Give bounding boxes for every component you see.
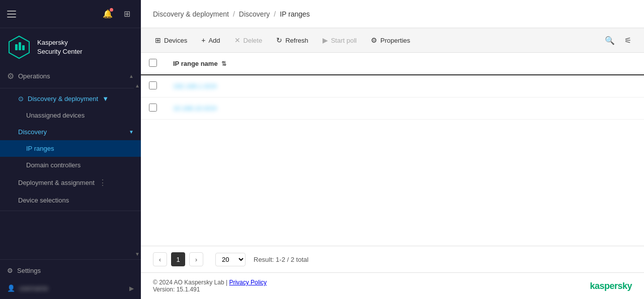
prev-page-button[interactable]: ‹ — [153, 252, 167, 266]
refresh-button[interactable]: ↻ Refresh — [270, 33, 314, 47]
layout-button[interactable]: ⊞ — [120, 7, 134, 21]
filter-button[interactable]: ⚟ — [620, 32, 636, 48]
col-ip-range-name[interactable]: IP range name ⇅ — [165, 53, 644, 75]
devices-button[interactable]: ⊞ Devices — [149, 33, 193, 47]
devices-icon: ⊞ — [155, 36, 161, 44]
logo-section: Kaspersky Security Center — [0, 28, 141, 66]
sidebar-item-domain-controllers[interactable]: Domain controllers — [0, 157, 141, 173]
sidebar-item-unassigned-devices[interactable]: Unassigned devices — [0, 107, 141, 124]
divider — [0, 88, 141, 88]
current-page: 1 — [171, 252, 185, 266]
chevron-left-icon: ‹ — [159, 256, 161, 263]
pagination-bar: ‹ 1 › 20 50 100 Result: 1-2 / 2 total — [141, 246, 644, 272]
table-row[interactable]: 10.168.10.0/24 — [141, 97, 644, 120]
scroll-up-arrow[interactable]: ▲ — [134, 80, 141, 90]
row-checkbox[interactable] — [149, 104, 157, 112]
start-poll-button[interactable]: ▶ Start poll — [316, 33, 363, 47]
header-icons: 🔔 ⊞ — [101, 7, 134, 21]
breadcrumb: Discovery & deployment / Discovery / IP … — [141, 0, 644, 28]
sidebar-bottom: ⚙ Settings 👤 username ▶ — [0, 259, 141, 299]
logo-text: Kaspersky Security Center — [37, 38, 83, 56]
kaspersky-logo-icon — [7, 35, 31, 59]
row-ip-range-name: 192.168.1.0/24 — [165, 75, 644, 97]
select-all-header — [141, 53, 165, 75]
sidebar-item-discovery[interactable]: Discovery ▼ — [0, 124, 141, 140]
footer-info: © 2024 AO Kaspersky Lab | Privacy Policy… — [153, 279, 267, 293]
menu-toggle-button[interactable] — [7, 9, 17, 19]
toolbar: ⊞ Devices + Add ✕ Delete ↻ Refresh ▶ Sta… — [141, 28, 644, 53]
more-icon: ⋮ — [99, 178, 107, 187]
properties-button[interactable]: ⚙ Properties — [365, 33, 416, 47]
table-area: IP range name ⇅ 192.168.1.0/24 10.168.10… — [141, 53, 644, 246]
table-row[interactable]: 192.168.1.0/24 — [141, 75, 644, 97]
svg-rect-2 — [19, 42, 21, 50]
sidebar-item-operations[interactable]: ⚙ Operations ▲ — [0, 66, 141, 86]
table-header-row: IP range name ⇅ — [141, 53, 644, 75]
sidebar: 🔔 ⊞ Kaspersky Security Center ⚙ Operatio… — [0, 0, 141, 299]
row-checkbox[interactable] — [149, 81, 157, 89]
gear-icon: ⚙ — [371, 36, 377, 44]
chevron-down-icon: ▼ — [102, 95, 109, 103]
svg-rect-3 — [22, 45, 25, 50]
ip-ranges-table: IP range name ⇅ 192.168.1.0/24 10.168.10… — [141, 53, 644, 120]
sidebar-item-ip-ranges[interactable]: IP ranges — [0, 140, 141, 157]
breadcrumb-sep2: / — [274, 10, 276, 18]
kaspersky-brand-logo: kaspersky — [590, 281, 632, 291]
sidebar-item-device-selections[interactable]: Device selections — [0, 192, 141, 209]
delete-button[interactable]: ✕ Delete — [228, 33, 269, 47]
notification-dot — [110, 8, 113, 12]
main-content: Discovery & deployment / Discovery / IP … — [141, 0, 644, 299]
next-page-button[interactable]: › — [189, 252, 203, 266]
divider2 — [0, 211, 141, 211]
chevron-up-icon: ▲ — [129, 73, 134, 79]
breadcrumb-current: IP ranges — [280, 10, 310, 18]
breadcrumb-sep1: / — [233, 10, 235, 18]
privacy-policy-link[interactable]: Privacy Policy — [229, 279, 267, 286]
sidebar-item-settings[interactable]: ⚙ Settings — [0, 262, 141, 279]
svg-rect-1 — [15, 44, 18, 50]
row-checkbox-cell — [141, 97, 165, 120]
toolbar-right: 🔍 ⚟ — [602, 32, 636, 48]
sidebar-item-user[interactable]: 👤 username ▶ — [0, 279, 141, 297]
operations-icon: ⚙ — [7, 71, 14, 81]
breadcrumb-part1: Discovery & deployment — [153, 10, 229, 18]
sidebar-header: 🔔 ⊞ — [0, 0, 141, 28]
scroll-down-arrow[interactable]: ▼ — [134, 249, 141, 259]
search-icon: 🔍 — [605, 36, 615, 45]
settings-icon: ⚙ — [7, 267, 13, 274]
sidebar-nav: ⚙ Operations ▲ ⊙ Discovery & deployment … — [0, 66, 141, 259]
page-size-select[interactable]: 20 50 100 — [215, 253, 246, 266]
notifications-button[interactable]: 🔔 — [101, 7, 115, 21]
search-button[interactable]: 🔍 — [602, 32, 618, 48]
refresh-icon: ↻ — [276, 36, 282, 44]
filter-icon: ⚟ — [624, 36, 631, 45]
chevron-down-icon: ▼ — [129, 129, 134, 135]
sort-icon: ⇅ — [221, 60, 226, 67]
user-icon: 👤 — [7, 284, 15, 292]
row-ip-range-name: 10.168.10.0/24 — [165, 97, 644, 120]
chevron-right-icon: › — [195, 256, 197, 263]
select-all-checkbox[interactable] — [149, 59, 157, 67]
search-icon: ⊙ — [18, 95, 24, 103]
delete-icon: ✕ — [234, 36, 240, 44]
result-text: Result: 1-2 / 2 total — [254, 256, 308, 263]
footer: © 2024 AO Kaspersky Lab | Privacy Policy… — [141, 272, 644, 299]
chevron-right-icon: ▶ — [129, 285, 134, 292]
breadcrumb-part2: Discovery — [239, 10, 270, 18]
play-icon: ▶ — [323, 36, 328, 44]
row-checkbox-cell — [141, 75, 165, 97]
sidebar-item-discovery-deployment[interactable]: ⊙ Discovery & deployment ▼ — [0, 90, 141, 107]
sidebar-item-deployment-assignment[interactable]: Deployment & assignment ⋮ — [0, 173, 141, 192]
add-icon: + — [201, 36, 205, 44]
add-button[interactable]: + Add — [195, 33, 226, 47]
